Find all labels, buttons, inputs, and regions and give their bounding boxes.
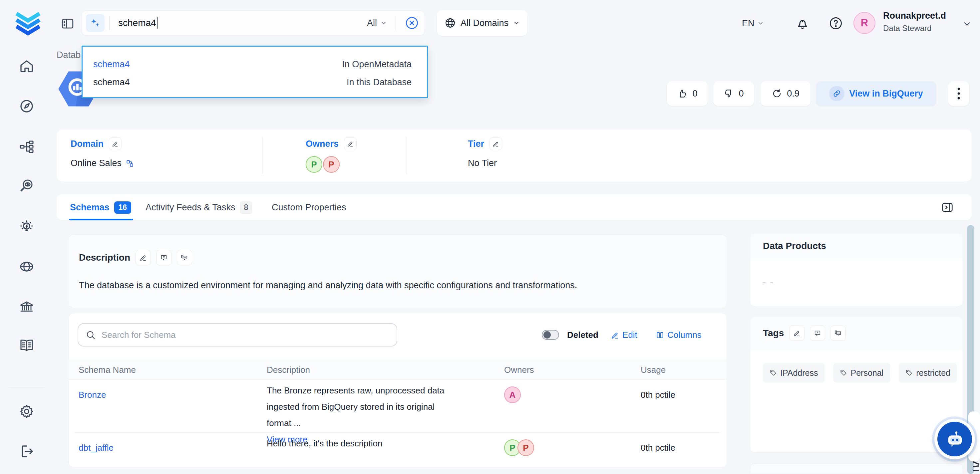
owner-avatar[interactable]: P	[306, 156, 322, 173]
downvote-button[interactable]: 0	[713, 81, 754, 106]
search-input[interactable]: schema4	[118, 17, 158, 29]
toggle-knob	[543, 331, 551, 339]
owner-initial: P	[311, 159, 317, 170]
pencil-icon	[493, 140, 499, 147]
chevron-down-icon	[380, 20, 387, 26]
usage-value: 0th pctile	[641, 390, 675, 400]
user-role: Data Steward	[883, 24, 946, 33]
search-value: schema4	[118, 17, 156, 28]
search-filter-label: All	[367, 18, 377, 28]
domains-globe-icon[interactable]	[19, 259, 35, 275]
tab-custom-properties[interactable]: Custom Properties	[272, 194, 346, 220]
edit-tags-button[interactable]	[789, 326, 805, 341]
search-filter-dropdown[interactable]: All	[367, 18, 387, 28]
expand-right-panel-icon[interactable]	[941, 201, 954, 214]
search-divider	[109, 16, 110, 30]
breadcrumb[interactable]: Datab	[57, 50, 81, 60]
left-sidebar	[0, 0, 53, 474]
tag-icon	[770, 369, 777, 377]
tab-count-badge: 8	[240, 201, 252, 214]
view-in-bigquery-button[interactable]: View in BigQuery	[816, 81, 936, 106]
user-avatar[interactable]: R	[853, 12, 875, 34]
edit-button[interactable]: Edit	[611, 330, 637, 340]
tags-list: IPAddress Personal restricted	[763, 363, 957, 382]
tag-chip[interactable]: restricted	[899, 363, 957, 382]
more-actions-button[interactable]	[948, 81, 969, 106]
comments-button[interactable]	[177, 250, 192, 265]
request-description-button[interactable]	[156, 250, 172, 265]
edit-description-button[interactable]	[135, 250, 151, 265]
edit-label: Edit	[622, 330, 637, 340]
search-result-row[interactable]: schema4 In OpenMetadata	[93, 59, 412, 70]
glossary-book-icon[interactable]	[19, 337, 35, 353]
tag-chip[interactable]: Personal	[833, 363, 890, 382]
entity-tabs: Schemas 16 Activity Feeds & Tasks 8 Cust…	[57, 194, 972, 220]
upvote-count: 0	[692, 89, 697, 99]
owner-avatar[interactable]: P	[323, 156, 340, 173]
columns-icon	[656, 331, 664, 339]
deleted-toggle[interactable]	[542, 330, 559, 340]
owner-avatar[interactable]: A	[504, 387, 521, 403]
tags-conversation-button[interactable]	[830, 326, 846, 341]
data-products-empty-value: - -	[763, 277, 774, 288]
thumbs-down-icon	[723, 88, 734, 99]
meta-divider	[262, 137, 262, 174]
schema-description: Hello there, it's the description	[267, 438, 382, 449]
result-context: In this Database	[347, 77, 412, 87]
pencil-icon	[347, 140, 354, 147]
edit-owners-button[interactable]	[344, 137, 356, 150]
upvote-button[interactable]: 0	[667, 81, 708, 106]
sidebar-collapse-icon[interactable]	[60, 17, 75, 30]
explore-compass-icon[interactable]	[19, 98, 35, 114]
user-menu[interactable]: Rounakpreet.d Data Steward	[883, 11, 946, 33]
domain-value[interactable]: Online Sales	[71, 158, 134, 169]
column-header: Owners	[504, 365, 534, 375]
result-label[interactable]: schema4	[93, 77, 130, 87]
columns-button[interactable]: Columns	[656, 330, 702, 340]
home-icon[interactable]	[19, 58, 35, 74]
ai-sparkle-icon[interactable]	[86, 14, 105, 32]
global-search-bar[interactable]: schema4 All	[81, 10, 425, 36]
tags-card: Tags IPAddress Personal restricted	[750, 316, 963, 453]
insights-bulb-icon[interactable]	[19, 219, 35, 235]
owner-initial: P	[509, 443, 515, 453]
logout-icon[interactable]	[19, 444, 35, 460]
score-button[interactable]: 0.9	[760, 81, 810, 106]
schema-search-input[interactable]: Search for Schema	[78, 323, 397, 347]
help-icon[interactable]	[829, 16, 843, 30]
clear-search-icon[interactable]	[404, 16, 419, 30]
settings-gear-icon[interactable]	[19, 403, 35, 419]
search-icon	[86, 330, 95, 340]
tier-label-row: Tier	[468, 137, 502, 150]
edit-domain-button[interactable]	[109, 137, 121, 150]
tab-schemas[interactable]: Schemas 16	[70, 194, 131, 220]
tab-label: Custom Properties	[272, 202, 346, 213]
language-selector[interactable]: EN	[742, 0, 764, 46]
usage-value: 0th pctile	[641, 443, 675, 453]
user-menu-chevron-icon[interactable]	[963, 19, 972, 29]
schema-name-link[interactable]: dbt_jaffle	[79, 443, 113, 453]
govern-bank-icon[interactable]	[19, 299, 35, 315]
owner-avatar[interactable]: P	[517, 439, 534, 456]
language-label: EN	[742, 18, 754, 29]
openmetadata-logo[interactable]	[13, 5, 43, 36]
tab-activity-feeds[interactable]: Activity Feeds & Tasks 8	[146, 194, 252, 220]
column-header: Schema Name	[79, 365, 136, 375]
result-label[interactable]: schema4	[93, 59, 130, 70]
notifications-bell-icon[interactable]	[795, 16, 810, 30]
request-tags-button[interactable]	[810, 326, 825, 341]
kebab-menu-icon	[957, 87, 960, 100]
column-header: Usage	[641, 365, 666, 375]
observability-search-eye-icon[interactable]	[19, 178, 35, 194]
all-domains-button[interactable]: All Domains	[437, 10, 527, 36]
deleted-label: Deleted	[567, 330, 598, 340]
search-result-row[interactable]: schema4 In this Database	[93, 77, 412, 87]
lineage-network-icon[interactable]	[19, 139, 35, 155]
edit-tier-button[interactable]	[490, 137, 502, 150]
schema-name-link[interactable]: Bronze	[79, 390, 106, 400]
domain-label: Domain	[71, 139, 103, 149]
tag-icon	[905, 369, 913, 377]
user-name: Rounakpreet.d	[883, 11, 946, 21]
tag-chip[interactable]: IPAddress	[763, 363, 824, 382]
chat-assistant-button[interactable]	[934, 419, 975, 460]
